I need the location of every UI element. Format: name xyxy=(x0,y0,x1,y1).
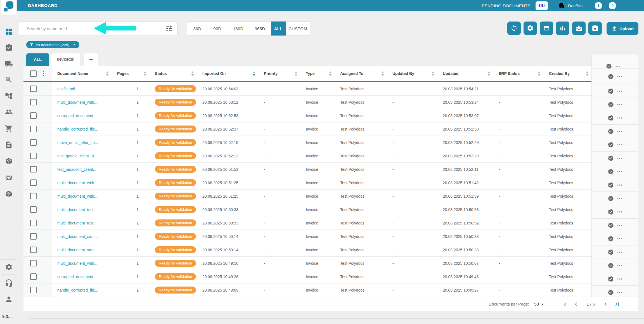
row-checkbox[interactable] xyxy=(30,233,37,240)
row-more-actions-icon[interactable] xyxy=(617,155,623,161)
sort-arrows-icon[interactable] xyxy=(586,71,589,76)
app-logo[interactable] xyxy=(1,0,16,15)
next-page-button[interactable] xyxy=(602,301,609,308)
verified-badge-icon[interactable] xyxy=(608,209,614,215)
row-checkbox[interactable] xyxy=(30,112,37,119)
search-filter-tune-icon[interactable] xyxy=(165,25,173,32)
row-checkbox[interactable] xyxy=(30,206,37,213)
date-range-all[interactable]: ALL xyxy=(271,22,286,36)
row-more-actions-icon[interactable] xyxy=(617,209,623,215)
column-header-created-by[interactable]: Created By xyxy=(543,66,591,81)
document-name-link[interactable]: test_microsoft_client... xyxy=(57,167,96,172)
document-name-link[interactable]: move_email_after_im... xyxy=(57,140,98,145)
document-name-link[interactable]: testfile.pdf xyxy=(57,87,75,91)
sidebar-item-workflow-tree-icon[interactable] xyxy=(4,92,13,100)
row-more-actions-icon[interactable] xyxy=(617,128,623,134)
info-icon[interactable]: i xyxy=(595,2,602,9)
row-checkbox[interactable] xyxy=(30,260,37,266)
tab-all[interactable]: ALL xyxy=(26,53,49,66)
row-checkbox[interactable] xyxy=(30,139,37,146)
sidebar-item-dashboard-icon[interactable] xyxy=(4,27,13,36)
sidebar-item-invoice-document-icon[interactable] xyxy=(4,141,13,149)
row-more-actions-icon[interactable] xyxy=(617,169,623,175)
search-input[interactable] xyxy=(18,26,165,31)
help-icon[interactable]: ? xyxy=(609,2,616,9)
sort-arrows-icon[interactable] xyxy=(381,71,384,76)
row-more-actions-icon[interactable] xyxy=(617,182,623,188)
row-checkbox[interactable] xyxy=(30,166,37,172)
sort-arrows-icon[interactable] xyxy=(432,71,434,76)
document-name-link[interactable]: multi_document_with... xyxy=(57,194,97,198)
row-checkbox[interactable] xyxy=(30,179,37,186)
column-menu-kebab-icon[interactable] xyxy=(40,70,47,77)
row-more-actions-icon[interactable] xyxy=(617,142,623,148)
document-name-link[interactable]: multi_document_with... xyxy=(57,181,97,185)
sort-arrows-icon[interactable] xyxy=(106,71,109,76)
row-more-actions-icon[interactable] xyxy=(617,115,623,121)
sort-arrows-icon[interactable] xyxy=(191,71,194,76)
column-header-updated[interactable]: Updated xyxy=(437,66,493,81)
settings-gear-button[interactable] xyxy=(524,22,537,35)
verified-badge-icon[interactable] xyxy=(608,155,614,161)
column-header-erp-status[interactable]: ERP Status xyxy=(493,66,543,81)
verified-badge-icon[interactable] xyxy=(608,101,614,108)
sidebar-item-users-icon[interactable] xyxy=(4,108,13,116)
row-more-actions-icon[interactable] xyxy=(617,101,623,108)
verified-badge-icon[interactable] xyxy=(608,88,614,94)
date-range-custom[interactable]: CUSTOM xyxy=(286,22,310,36)
sync-button[interactable] xyxy=(507,22,521,35)
add-tab-button[interactable] xyxy=(84,53,98,66)
verified-badge-icon[interactable] xyxy=(608,128,614,134)
sidebar-item-integrations-orbit-icon[interactable] xyxy=(4,173,13,182)
document-name-link[interactable]: corrupted_document... xyxy=(57,113,96,118)
row-more-actions-icon[interactable] xyxy=(617,289,623,295)
verified-badge-icon[interactable] xyxy=(608,182,614,188)
column-header-type[interactable]: Type xyxy=(300,66,335,81)
sidebar-item-package-box-alt-icon[interactable] xyxy=(4,190,13,198)
all-documents-filter-chip[interactable]: All documents (228) xyxy=(26,41,79,48)
verified-badge-icon[interactable] xyxy=(608,142,614,148)
column-header-priority[interactable]: Priority xyxy=(258,66,300,81)
sidebar-item-tasks-clipboard-icon[interactable] xyxy=(4,43,13,52)
verified-badge-icon[interactable] xyxy=(608,74,614,80)
upload-button[interactable]: Upload xyxy=(607,22,638,35)
document-name-link[interactable]: multi_document_with... xyxy=(57,261,97,266)
document-name-link[interactable]: test_google_client_20... xyxy=(57,154,99,158)
tab-invoice[interactable]: INVOICE xyxy=(51,53,80,66)
document-name-link[interactable]: handle_corrupted_file... xyxy=(57,127,98,131)
verified-badge-icon[interactable] xyxy=(608,249,614,255)
document-name-link[interactable]: multi_document_sam... xyxy=(57,248,98,252)
row-checkbox[interactable] xyxy=(30,153,37,159)
row-checkbox[interactable] xyxy=(30,99,37,105)
row-checkbox[interactable] xyxy=(30,287,37,293)
verified-badge-icon[interactable] xyxy=(608,195,614,202)
row-more-actions-icon[interactable] xyxy=(617,88,623,94)
sidebar-item-profile-person-icon[interactable] xyxy=(4,295,13,303)
sidebar-item-shipping-truck-icon[interactable] xyxy=(4,60,13,68)
column-header-status[interactable]: Status xyxy=(149,66,197,81)
export-box-button[interactable] xyxy=(588,22,602,35)
verified-badge-icon[interactable] xyxy=(606,63,612,69)
document-name-link[interactable]: multi_document_test... xyxy=(57,221,97,225)
document-name-link[interactable]: corrupted_document... xyxy=(57,275,96,279)
sort-arrows-icon[interactable] xyxy=(487,71,490,76)
scanner-button[interactable] xyxy=(540,22,553,35)
sidebar-item-package-box-icon[interactable] xyxy=(4,157,13,165)
sidebar-item-shopping-cart-icon[interactable] xyxy=(4,124,13,133)
document-name-link[interactable]: multi_document_with... xyxy=(57,100,97,105)
row-more-actions-icon[interactable] xyxy=(617,276,623,282)
row-more-actions-icon[interactable] xyxy=(617,74,623,80)
column-header-pages[interactable]: Pages xyxy=(112,66,149,81)
row-more-actions-icon[interactable] xyxy=(617,195,623,202)
verified-badge-icon[interactable] xyxy=(608,222,614,228)
row-more-actions-icon[interactable] xyxy=(617,249,623,255)
sort-arrows-icon[interactable] xyxy=(538,71,541,76)
row-more-actions-icon[interactable] xyxy=(617,236,623,242)
sort-arrows-icon[interactable] xyxy=(144,71,146,76)
row-more-actions-icon[interactable] xyxy=(617,262,623,269)
document-name-link[interactable]: multi_document_test... xyxy=(57,207,97,212)
row-checkbox[interactable] xyxy=(30,220,37,226)
column-header-assigned-to[interactable]: Assigned To xyxy=(335,66,387,81)
date-range-90d[interactable]: 90D xyxy=(207,22,228,36)
first-page-button[interactable] xyxy=(561,301,568,308)
